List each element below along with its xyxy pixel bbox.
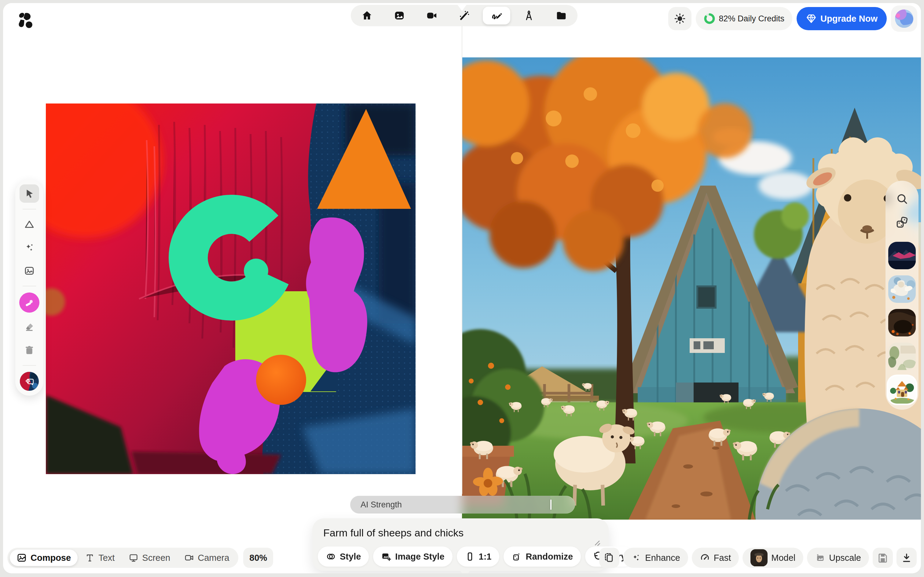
eraser-icon [24, 321, 35, 332]
mode-switcher: Compose Text Screen Camer [7, 548, 273, 568]
canvas-artwork [46, 103, 415, 474]
tool-eraser[interactable] [21, 318, 38, 336]
compose-label: Compose [31, 553, 71, 563]
krea-logo[interactable] [18, 11, 34, 29]
image-upload-icon [24, 265, 35, 276]
tool-shape[interactable] [21, 216, 38, 233]
download-icon [901, 552, 912, 563]
tool-add-image[interactable] [21, 262, 38, 280]
tool-ai-generate[interactable] [21, 239, 38, 256]
daily-credits-pill[interactable]: 82% Daily Credits [696, 7, 793, 30]
save-floppy-icon [877, 552, 888, 563]
credits-progress-ring [704, 13, 715, 24]
gem-icon [806, 13, 817, 24]
image-style-chip[interactable]: Image Style [373, 546, 452, 567]
ai-strength-handle[interactable] [550, 500, 551, 510]
style-reference-image [20, 372, 39, 391]
farm-scene [462, 57, 921, 520]
ai-strength-slider[interactable]: AI Strength [350, 496, 575, 514]
nav-edit-tools[interactable] [513, 5, 545, 26]
compose-icon [16, 553, 27, 563]
duplicate-icon [604, 552, 615, 563]
daily-credits-label: 82% Daily Credits [719, 14, 785, 24]
prompt-card-tail [460, 570, 470, 573]
speed-mode-button[interactable]: Fast [692, 548, 739, 568]
split-divider[interactable] [462, 21, 462, 494]
draw-icon [491, 10, 502, 21]
enhance-label: Enhance [645, 553, 680, 563]
krea-logo-icon [18, 11, 34, 29]
enhance-button[interactable]: Enhance [623, 548, 688, 568]
magic-wand-icon [458, 10, 470, 21]
cursor-icon [24, 189, 34, 199]
tool-delete[interactable] [21, 341, 38, 359]
krea-app: { "topbar": { "credits_label": "82% Dail… [0, 0, 924, 577]
model-avatar [750, 549, 767, 566]
camera-icon [184, 553, 194, 562]
duplicate-button[interactable] [599, 548, 619, 568]
randomize-chip[interactable]: Randomize [504, 546, 581, 567]
thumbnail-image [888, 309, 916, 337]
sun-icon [674, 13, 686, 25]
toolbar-divider [23, 209, 36, 210]
theme-toggle-button[interactable] [668, 7, 691, 30]
style-circles-icon [326, 551, 336, 562]
generation-thumbnail-night-mountains[interactable] [888, 242, 916, 269]
canvas-toolbar [15, 179, 44, 396]
tool-cursor[interactable] [19, 184, 39, 203]
screen-label: Screen [142, 553, 170, 563]
prompt-input[interactable]: Farm full of sheeps and chicks [323, 527, 464, 539]
save-button[interactable] [873, 548, 893, 568]
model-select-button[interactable]: Model [743, 548, 803, 568]
text-label: Text [99, 553, 115, 563]
mode-screen[interactable]: Screen [122, 550, 177, 566]
zoom-search-button[interactable] [893, 190, 911, 208]
enhance-sparkles-icon [631, 553, 641, 563]
triangle-icon [24, 219, 35, 230]
zoom-level-button[interactable]: 80% [243, 548, 273, 568]
image-style-chip-label: Image Style [395, 552, 444, 562]
nav-files[interactable] [545, 5, 577, 26]
sparkles-icon [24, 242, 35, 253]
dice-icon [895, 216, 909, 229]
video-icon [426, 10, 438, 21]
upscale-button[interactable]: Upscale [807, 548, 869, 568]
upscale-label: Upscale [829, 553, 861, 563]
home-icon [361, 10, 373, 21]
upgrade-button[interactable]: Upgrade Now [796, 7, 887, 30]
download-button[interactable] [897, 548, 917, 568]
style-reference-thumbnail[interactable] [20, 372, 39, 391]
thumbnail-image [888, 376, 916, 404]
mode-compose[interactable]: Compose [10, 550, 78, 566]
mode-camera[interactable]: Camera [178, 550, 236, 566]
thumbnail-image [888, 276, 916, 303]
topbar-right: 82% Daily Credits Upgrade Now [668, 5, 917, 32]
ai-strength-label: AI Strength [360, 500, 402, 509]
nav-draw[interactable] [480, 5, 513, 26]
split-divider-handle[interactable] [457, 4, 467, 11]
generations-panel [885, 181, 919, 410]
account-button[interactable] [891, 5, 917, 32]
mode-text[interactable]: Text [78, 550, 121, 566]
folder-icon [556, 10, 567, 21]
aspect-ratio-chip[interactable]: 1:1 [457, 546, 499, 567]
prompt-card: Farm full of sheeps and chicks Style Ima… [312, 518, 609, 571]
app-window: 82% Daily Credits Upgrade Now [3, 3, 921, 573]
generation-thumbnail-lava-cave[interactable] [888, 309, 916, 337]
random-seed-button[interactable] [893, 214, 911, 231]
resize-handle-icon[interactable] [593, 538, 601, 546]
compose-canvas[interactable] [46, 103, 415, 474]
tool-paint-brush[interactable] [19, 292, 39, 313]
randomize-dice-icon [512, 551, 522, 562]
generation-thumbnail-angel-sculpture[interactable] [888, 276, 916, 303]
randomize-chip-label: Randomize [525, 552, 573, 562]
nav-home[interactable] [351, 5, 383, 26]
thumbnail-image [888, 343, 916, 370]
aspect-ratio-icon [465, 551, 475, 562]
generation-thumbnail-castle-illustration[interactable] [888, 376, 916, 404]
zoom-level-value: 80% [249, 553, 267, 563]
nav-image[interactable] [383, 5, 415, 26]
generation-thumbnail-watercolor-landscape[interactable] [888, 343, 916, 370]
style-chip[interactable]: Style [318, 546, 369, 567]
nav-video[interactable] [415, 5, 448, 26]
